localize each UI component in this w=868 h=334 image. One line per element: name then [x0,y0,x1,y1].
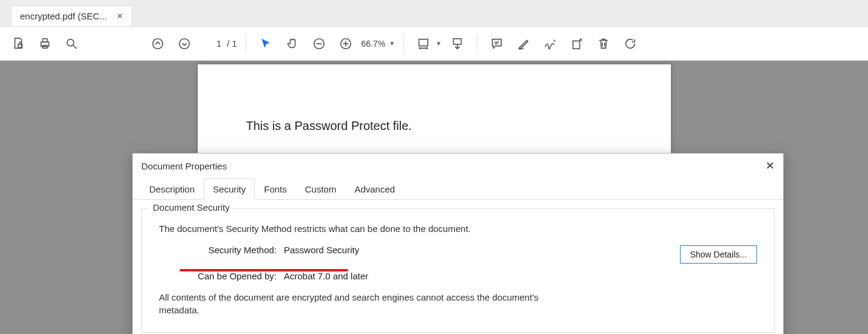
group-legend: Document Security [149,202,234,213]
encrypted-note: All contents of the document are encrypt… [159,291,547,316]
svg-rect-13 [419,39,428,46]
tab-security[interactable]: Security [204,179,255,200]
opened-by-label: Can be Opened by: [173,271,277,281]
page-number-input[interactable] [200,35,224,52]
tab-fonts[interactable]: Fonts [255,179,296,199]
opened-by-row: Can be Opened by: Acrobat 7.0 and later [173,271,757,281]
comment-icon[interactable] [486,33,508,55]
tab-description[interactable]: Description [140,179,204,199]
document-properties-dialog: Document Properties ✕ Description Securi… [132,153,784,334]
toolbar: / 1 66.7% ▼ ▼ [0,27,868,61]
nav-up-icon[interactable] [147,33,169,55]
security-method-row: Security Method: Password Security [173,245,757,255]
close-dialog-icon[interactable]: ✕ [765,159,775,172]
svg-line-5 [73,45,77,49]
print-icon[interactable] [34,33,56,55]
tab-bar: encrypted.pdf (SEC... ✕ [0,0,868,27]
red-underline-annotation [180,269,348,271]
document-tab-title: encrypted.pdf (SEC... [20,11,112,21]
zoom-in-icon[interactable] [335,33,357,55]
highlight-icon[interactable] [513,33,534,55]
page-body-text: This is a Password Protect file. [246,119,622,133]
nav-down-icon[interactable] [173,33,195,55]
fit-width-icon[interactable] [412,33,434,55]
zoom-level[interactable]: 66.7% ▼ [362,39,395,49]
pointer-tool-icon[interactable] [255,33,277,55]
sign-icon[interactable] [539,33,561,55]
tab-advanced[interactable]: Advanced [345,179,404,199]
divider [477,34,477,53]
chevron-down-icon: ▼ [389,40,395,47]
svg-rect-14 [454,38,462,44]
svg-point-7 [180,38,190,49]
close-tab-icon[interactable]: ✕ [116,12,123,21]
security-intro: The document's Security Method restricts… [159,223,757,234]
search-icon[interactable] [61,33,82,55]
svg-point-6 [153,38,163,49]
delete-icon[interactable] [593,33,614,55]
zoom-value: 66.7% [362,39,386,49]
show-details-button[interactable]: Show Details... [680,245,757,264]
divider [246,34,246,53]
svg-rect-2 [42,38,47,42]
divider [403,34,404,53]
svg-point-4 [67,39,74,46]
zoom-out-icon[interactable] [308,33,330,55]
tab-custom[interactable]: Custom [296,179,346,199]
dialog-tabs: Description Security Fonts Custom Advanc… [133,178,783,200]
page-indicator: / 1 [200,35,237,52]
rotate-view-icon[interactable] [619,33,641,55]
security-method-label: Security Method: [173,245,277,255]
document-security-group: Document Security The document's Securit… [141,208,775,333]
rotate-page-icon[interactable] [566,33,588,55]
svg-rect-19 [573,41,580,49]
page-separator: / [227,38,229,49]
chevron-down-icon[interactable]: ▼ [436,40,442,47]
security-method-value: Password Security [284,245,359,255]
page-display-icon[interactable] [446,33,468,55]
security-lock-icon[interactable] [7,33,29,55]
opened-by-value: Acrobat 7.0 and later [284,271,368,281]
dialog-title: Document Properties [141,161,227,171]
document-tab[interactable]: encrypted.pdf (SEC... ✕ [11,5,132,26]
dialog-titlebar: Document Properties ✕ [133,154,783,178]
hand-tool-icon[interactable] [281,33,303,55]
page-total: 1 [232,38,237,49]
